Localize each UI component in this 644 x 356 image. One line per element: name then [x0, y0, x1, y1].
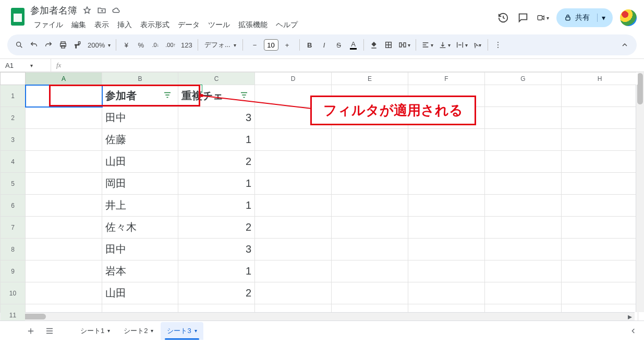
cell-D10[interactable] — [255, 282, 332, 304]
cell-E5[interactable] — [332, 173, 408, 195]
col-header-E[interactable]: E — [332, 73, 408, 85]
cell-D4[interactable] — [255, 151, 332, 173]
cell-H4[interactable] — [562, 151, 638, 173]
cell-B10[interactable]: 山田 — [102, 282, 178, 304]
font-size-input[interactable] — [264, 39, 278, 51]
row-header-8[interactable]: 8 — [1, 239, 26, 260]
cell-G3[interactable] — [485, 129, 562, 151]
cell-C7[interactable]: 2 — [178, 217, 255, 239]
cell-C5[interactable]: 1 — [178, 173, 255, 195]
fill-color-button[interactable] — [367, 38, 381, 52]
cell-G10[interactable] — [485, 282, 562, 304]
row-header-1[interactable]: 1 — [1, 85, 26, 107]
cell-A1[interactable] — [26, 85, 102, 107]
merge-button[interactable]: ▾ — [396, 38, 412, 52]
cell-A3[interactable] — [26, 129, 102, 151]
share-button[interactable]: 共有 ▾ — [556, 8, 613, 27]
cell-A10[interactable] — [26, 282, 102, 304]
filter-icon[interactable] — [161, 89, 174, 101]
number-format-button[interactable]: 123 — [179, 38, 195, 52]
cell-A7[interactable] — [26, 217, 102, 239]
col-header-A[interactable]: A — [26, 73, 102, 85]
sheet-tab-chevron-icon[interactable]: ▾ — [195, 328, 197, 334]
cell-C9[interactable]: 1 — [178, 260, 255, 282]
cell-D6[interactable] — [255, 195, 332, 217]
font-size-dec[interactable]: − — [248, 38, 262, 52]
cell-G6[interactable] — [485, 195, 562, 217]
cell-G1[interactable] — [485, 85, 562, 107]
cell-B3[interactable]: 佐藤 — [102, 129, 178, 151]
search-icon[interactable] — [13, 38, 26, 52]
cell-E7[interactable] — [332, 217, 408, 239]
row-header-4[interactable]: 4 — [1, 151, 26, 173]
paint-format-icon[interactable] — [71, 38, 84, 52]
cell-C8[interactable]: 3 — [178, 239, 255, 260]
halign-button[interactable]: ▾ — [419, 38, 435, 52]
row-header-5[interactable]: 5 — [1, 173, 26, 195]
menu-tools[interactable]: ツール — [204, 19, 234, 31]
cell-A9[interactable] — [26, 260, 102, 282]
explore-arrow-icon[interactable] — [626, 324, 641, 338]
cell-G9[interactable] — [485, 260, 562, 282]
cell-E6[interactable] — [332, 195, 408, 217]
menu-file[interactable]: ファイル — [30, 19, 67, 31]
row-header-3[interactable]: 3 — [1, 129, 26, 151]
sheet-tab-3[interactable]: シート3▾ — [161, 322, 203, 340]
col-header-C[interactable]: C — [178, 73, 255, 85]
cell-G8[interactable] — [485, 239, 562, 260]
cell-G5[interactable] — [485, 173, 562, 195]
cell-B9[interactable]: 岩本 — [102, 260, 178, 282]
cell-A8[interactable] — [26, 239, 102, 260]
row-header-11[interactable]: 11 — [1, 304, 26, 321]
cell-G4[interactable] — [485, 151, 562, 173]
cloud-status-icon[interactable] — [112, 6, 121, 15]
rotate-button[interactable]: A▾ — [471, 38, 484, 52]
cell-B5[interactable]: 岡田 — [102, 173, 178, 195]
sheet-tab-chevron-icon[interactable]: ▾ — [107, 328, 110, 334]
menu-help[interactable]: ヘルプ — [272, 19, 301, 31]
menu-view[interactable]: 表示 — [91, 19, 113, 31]
cell-F6[interactable] — [408, 195, 485, 217]
doc-title[interactable]: 参加者名簿 — [30, 4, 77, 17]
cell-D8[interactable] — [255, 239, 332, 260]
sheets-logo[interactable] — [7, 6, 28, 27]
col-header-F[interactable]: F — [408, 73, 485, 85]
move-folder-icon[interactable] — [97, 6, 106, 15]
italic-button[interactable]: I — [318, 38, 331, 52]
inc-decimal-button[interactable]: .00↑ — [163, 38, 178, 52]
more-icon[interactable] — [491, 38, 505, 52]
filter-icon[interactable] — [238, 89, 250, 101]
col-header-B[interactable]: B — [102, 73, 178, 85]
cell-F7[interactable] — [408, 217, 485, 239]
collapse-toolbar-icon[interactable] — [618, 38, 631, 52]
font-size-inc[interactable]: + — [281, 38, 294, 52]
valign-button[interactable]: ▾ — [436, 38, 453, 52]
undo-icon[interactable] — [27, 38, 41, 52]
font-select[interactable]: デフォ...▾ — [201, 38, 239, 52]
cell-H3[interactable] — [562, 129, 638, 151]
cell-D9[interactable] — [255, 260, 332, 282]
add-sheet-button[interactable]: ＋ — [23, 323, 39, 339]
cell-E4[interactable] — [332, 151, 408, 173]
cell-H7[interactable] — [562, 217, 638, 239]
cell-H10[interactable] — [562, 282, 638, 304]
menu-data[interactable]: データ — [174, 19, 203, 31]
cell-F3[interactable] — [408, 129, 485, 151]
cell-A6[interactable] — [26, 195, 102, 217]
comments-icon[interactable] — [517, 11, 529, 24]
cell-B1[interactable]: 参加者 — [102, 85, 178, 107]
cell-C6[interactable]: 1 — [178, 195, 255, 217]
col-header-G[interactable]: G — [485, 73, 562, 85]
menu-format[interactable]: 表示形式 — [137, 19, 173, 31]
cell-D7[interactable] — [255, 217, 332, 239]
text-color-button[interactable]: A — [347, 38, 360, 52]
row-header-9[interactable]: 9 — [1, 260, 26, 282]
cell-B7[interactable]: 佐々木 — [102, 217, 178, 239]
cell-C2[interactable]: 3 — [178, 107, 255, 129]
sheet-tab-chevron-icon[interactable]: ▾ — [151, 328, 153, 334]
name-box-chevron-icon[interactable]: ▾ — [30, 63, 33, 68]
vertical-scrollbar[interactable] — [636, 72, 644, 312]
cell-C1[interactable]: 重複チェ — [178, 85, 255, 107]
cell-B8[interactable]: 田中 — [102, 239, 178, 260]
cell-F5[interactable] — [408, 173, 485, 195]
